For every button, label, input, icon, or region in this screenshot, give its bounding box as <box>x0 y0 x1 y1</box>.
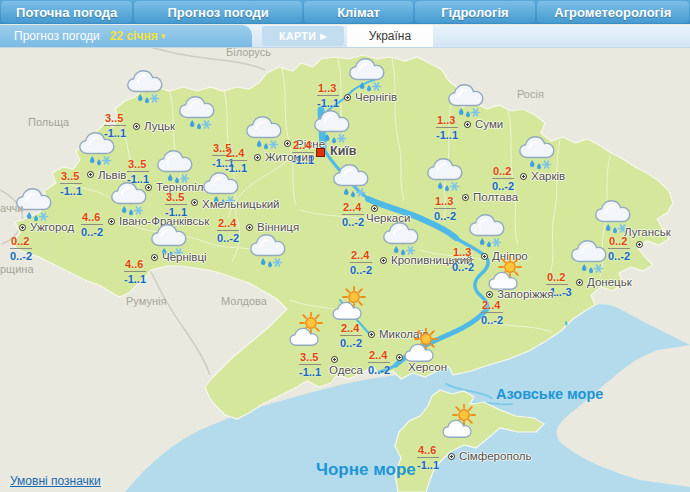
chevron-down-icon[interactable]: ▾ <box>161 31 166 41</box>
day-temp: 3..5 <box>127 159 149 172</box>
city-marker[interactable] <box>151 254 158 261</box>
city-marker[interactable] <box>133 123 140 130</box>
night-temp: 0..-2 <box>342 215 364 228</box>
country-label: Молдова <box>221 295 267 307</box>
tab-ukraine[interactable]: Україна <box>347 25 433 47</box>
city-marker[interactable] <box>462 194 469 201</box>
day-temp: 4..6 <box>81 212 103 225</box>
city-label[interactable]: Чернігів <box>355 91 397 103</box>
sea-label: Азовське море <box>496 386 603 402</box>
day-temp: 2..4 <box>340 323 362 336</box>
city-marker[interactable] <box>19 224 26 231</box>
city-label[interactable]: Сімферополь <box>459 450 532 462</box>
country-label: Румунія <box>126 295 166 307</box>
day-temp: 1..3 <box>436 115 458 128</box>
city-label[interactable]: Чернівці <box>162 251 207 263</box>
sun-behind-cloud-icon <box>287 312 329 356</box>
tab-forecast-active[interactable]: Прогноз погоди 22 січня ▾ <box>0 25 252 47</box>
city-marker[interactable] <box>284 140 291 147</box>
nav-agrometeorology[interactable]: Агрометеорологія <box>537 1 689 23</box>
nav-hydrology[interactable]: Гідрологія <box>415 1 534 23</box>
city-marker[interactable] <box>576 279 583 286</box>
main-navigation: Поточна погода Прогноз погоди Клімат Гід… <box>0 0 690 24</box>
night-temp: 0..-2 <box>81 225 103 238</box>
city-marker[interactable] <box>520 173 527 180</box>
city-marker[interactable] <box>486 291 493 298</box>
city-marker[interactable] <box>254 154 261 161</box>
city-marker[interactable] <box>380 257 387 264</box>
day-temp: 0..2 <box>10 236 32 249</box>
temperature-Ужгород: 0..20..-2 <box>10 236 32 262</box>
night-temp: 0..-2 <box>452 260 474 273</box>
city-marker[interactable] <box>368 331 375 338</box>
city-marker[interactable] <box>87 171 94 178</box>
rain-snow-cloud-icon <box>76 130 118 174</box>
temperature-Одеса: 3..5-1..1 <box>299 352 321 378</box>
temperature-Вінниця: 2..40..-2 <box>217 218 239 244</box>
city-marker[interactable] <box>344 94 351 101</box>
city-label[interactable]: Херсон <box>408 361 447 373</box>
city-marker[interactable] <box>396 354 403 361</box>
night-temp: 0..-2 <box>368 363 390 376</box>
night-temp: 0..-2 <box>10 249 32 262</box>
sea-label: Чорне море <box>316 460 416 480</box>
temperature-Дніпро: 1..30..-2 <box>452 247 474 273</box>
city-label[interactable]: Київ <box>330 144 357 158</box>
night-temp: -1..1 <box>317 96 339 109</box>
tab-forecast-label: Прогноз погоди <box>14 29 100 43</box>
sun-behind-cloud-icon <box>440 404 482 448</box>
temperature-Івано-Франківськ: 4..60..-2 <box>81 212 103 238</box>
day-temp: 2..4 <box>368 350 390 363</box>
nav-climate[interactable]: Клімат <box>304 1 413 23</box>
city-marker[interactable] <box>636 241 643 248</box>
city-marker[interactable] <box>448 453 455 460</box>
temperature-Полтава: 1..30..-2 <box>434 196 456 222</box>
day-temp: 0..2 <box>492 166 514 179</box>
capital-marker[interactable] <box>316 148 325 157</box>
temperature-Запоріжжя: 2..40..-2 <box>481 300 503 326</box>
city-label[interactable]: Вінниця <box>257 221 299 233</box>
night-temp: -1..1 <box>299 365 321 378</box>
nav-forecast[interactable]: Прогноз погоди <box>134 1 302 23</box>
maps-button[interactable]: КАРТИ ▶ <box>262 26 344 46</box>
city-label[interactable]: Полтава <box>473 191 518 203</box>
temperature-Чернігів: 1..3-1..1 <box>317 83 339 109</box>
day-temp: 4..6 <box>124 259 146 272</box>
temperature-Черкаси: 2..40..-2 <box>342 202 364 228</box>
city-marker[interactable] <box>246 224 253 231</box>
day-temp: 3..5 <box>60 171 82 184</box>
temperature-Київ: 2..4-1..1 <box>292 140 314 166</box>
night-temp: 0..-2 <box>481 313 503 326</box>
day-temp: 2..4 <box>350 250 372 263</box>
night-temp: -1..1 <box>60 184 82 197</box>
rain-snow-cloud-icon <box>330 162 372 206</box>
rain-snow-cloud-icon <box>176 94 218 138</box>
city-marker[interactable] <box>371 205 378 212</box>
temperature-Харків: 0..20..-2 <box>492 166 514 192</box>
rain-snow-cloud-icon <box>124 68 166 112</box>
night-temp: -1..1 <box>225 161 247 174</box>
nav-current-weather[interactable]: Поточна погода <box>1 1 132 23</box>
arrow-right-icon: ▶ <box>320 32 327 41</box>
city-label[interactable]: Ужгород <box>30 221 74 233</box>
city-label[interactable]: Запоріжжя <box>497 288 554 300</box>
temperature-Кропивницький: 2..40..-2 <box>350 250 372 276</box>
date-selector[interactable]: 22 січня <box>110 29 158 43</box>
legend-link[interactable]: Умовні позначки <box>10 474 101 488</box>
city-label[interactable]: Луцьк <box>144 120 175 132</box>
city-marker[interactable] <box>191 199 198 206</box>
city-marker[interactable] <box>331 356 338 363</box>
city-label[interactable]: Донецьк <box>587 276 632 288</box>
country-label: Польща <box>28 116 69 128</box>
city-label[interactable]: Суми <box>475 118 503 130</box>
night-temp: -1..1 <box>417 458 439 471</box>
city-marker[interactable] <box>464 121 471 128</box>
city-label[interactable]: Одеса <box>329 364 363 376</box>
temperature-Житомир: 2..4-1..1 <box>225 148 247 174</box>
city-label[interactable]: Луганськ <box>624 226 671 238</box>
city-label[interactable]: Харків <box>531 170 565 182</box>
sub-header: Прогноз погоди 22 січня ▾ КАРТИ ▶ Україн… <box>0 25 690 48</box>
day-temp: 3..5 <box>104 113 126 126</box>
city-marker[interactable] <box>108 218 115 225</box>
city-label[interactable]: Хмельницький <box>202 198 280 210</box>
